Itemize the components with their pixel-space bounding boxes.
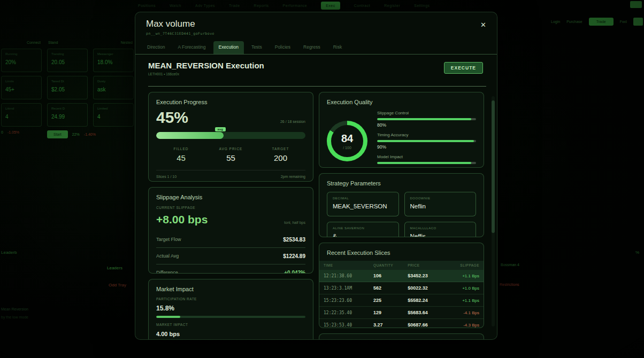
parameter-field[interactable]: MACALLLLACONeffis	[404, 222, 477, 237]
content-header: MEAN_REVERSION Execution LETH001 • 166ce…	[148, 61, 486, 81]
metric-label: Model Impact	[377, 154, 476, 159]
quality-metrics: Slippage Control80%Timing Accuracy90%Mod…	[377, 111, 476, 168]
tab-regress[interactable]: Regress	[298, 41, 326, 54]
background-column-footer: 0-1.05%	[1, 130, 42, 134]
nav-item[interactable]: Performance	[283, 4, 308, 7]
table-row[interactable]: 12:22:35.40129$5683.64-4.1 Bps	[319, 307, 484, 319]
nav-item[interactable]: Positions	[138, 4, 156, 7]
page-title: MEAN_REVERSION Execution	[148, 61, 486, 70]
table-row[interactable]: 15:23:53.403.27$0687.66-4.3 Bps	[319, 319, 484, 328]
right-column: Execution Quality 84 / 100 Slippage Cont…	[319, 92, 484, 340]
card-value: 45+	[5, 87, 37, 92]
progress-stats: FILLED45AVG PRICE55TARGET200	[156, 147, 305, 162]
field-value: &	[333, 233, 393, 237]
background-text: Leaders	[107, 266, 122, 270]
background-text: Restrictions	[500, 283, 519, 286]
subnav-item[interactable]: Purchase	[566, 20, 582, 24]
panel-columns: Execution Progress 45% 26 / 18 session a…	[148, 92, 486, 340]
cell-time: 15:23:23.60	[324, 298, 373, 303]
close-icon[interactable]: ✕	[480, 21, 486, 29]
subnav-item[interactable]: Login	[551, 20, 560, 24]
panel-title: Slippage Analysis	[156, 194, 305, 200]
card-value: 4	[5, 114, 37, 120]
progress-stat: FILLED45	[156, 147, 206, 162]
slippage-analysis-panel: Slippage Analysis CURRENT SLIPPAGE +8.00…	[148, 187, 313, 274]
nav-item[interactable]: Contract	[354, 4, 370, 7]
participation-rate-value: 15.8%	[156, 305, 305, 312]
session-label: 26 / 18 session	[280, 120, 305, 126]
background-footer-value: 0	[1, 130, 3, 134]
benchmark-comparison-panel: Benchmark Comparison	[319, 333, 484, 340]
card-label: Dusty	[97, 80, 129, 83]
table-row[interactable]: 13:23:3.1AM562$0022.32+1.0 Bps	[319, 282, 484, 294]
metric-bar	[377, 140, 476, 142]
cell-quantity: 3.27	[373, 322, 408, 328]
background-text: Leaderb	[1, 250, 17, 255]
nav-item[interactable]: Register	[384, 4, 400, 7]
table-row[interactable]: 15:23:23.60225$5582.24+1.1 Bps	[319, 294, 484, 307]
progress-stat: AVG PRICE55	[206, 147, 256, 162]
panel-title: Strategy Parameters	[327, 180, 476, 186]
sub-nav: LoginPurchaseTradeFwd	[551, 17, 643, 26]
row-label: Target Flow	[156, 237, 181, 243]
participation-rate-fill	[156, 316, 180, 318]
metric-bar	[377, 118, 476, 120]
stat-label: FILLED	[156, 147, 206, 151]
background-stat-columns: ConnectRunning20%Limits45+Littmd40-1.05%…	[1, 38, 134, 138]
background-text: Bossman 4	[501, 263, 519, 267]
parameter-field[interactable]: DOOOWNIENeflin	[404, 192, 477, 216]
card-label: Running	[5, 52, 37, 56]
progress-stat: TARGET200	[256, 147, 305, 162]
panel-title: Execution Quality	[327, 99, 476, 105]
modal-title: Max volume	[146, 19, 486, 29]
cell-time: 12:22:35.40	[324, 310, 373, 315]
cell-time: 15:23:53.40	[324, 323, 373, 328]
subnav-item[interactable]: Fwd	[620, 20, 627, 24]
cell-price: $3452.23	[408, 273, 450, 278]
tab-execution[interactable]: Execution	[213, 41, 244, 54]
nav-item[interactable]: Trade	[229, 4, 240, 7]
tab-direction[interactable]: Direction	[142, 41, 171, 54]
background-stat-card: Limits45+	[1, 76, 42, 99]
execute-button[interactable]: EXECUTE	[444, 62, 483, 74]
background-text: %	[635, 250, 639, 255]
background-stat-card: Taxed Dt$2.05	[47, 76, 88, 99]
card-label: Messenger	[97, 52, 129, 56]
panel-title: Execution Progress	[156, 99, 305, 105]
background-footer-button[interactable]: Start	[47, 130, 68, 138]
cell-quantity: 129	[373, 310, 408, 315]
subnav-box-button[interactable]	[633, 18, 643, 26]
nav-item[interactable]: Adv Types	[195, 4, 215, 7]
tab-a-forecasting[interactable]: A Forecasting	[173, 41, 211, 54]
card-value: 20%	[5, 59, 37, 65]
quality-score-gauge: 84 / 100	[327, 121, 367, 161]
panel-title: Market Impact	[156, 286, 305, 292]
tab-policies[interactable]: Policies	[270, 41, 296, 54]
progress-bar-fill	[156, 132, 224, 139]
background-column-header: Connect	[2, 41, 41, 44]
subnav-button[interactable]: Trade	[589, 18, 614, 26]
nav-item[interactable]: Watch	[170, 4, 181, 7]
parameter-field[interactable]: DECIMALMEAK_5EVERSON	[327, 192, 399, 216]
metric-value: 90%	[377, 166, 476, 168]
background-stat-card: Trending20.05	[47, 49, 88, 72]
tab-risk[interactable]: Risk	[328, 41, 348, 54]
nav-item[interactable]: Settings	[414, 4, 430, 7]
field-label: DECIMAL	[333, 197, 393, 200]
quality-score: 84	[341, 133, 353, 145]
parameter-field[interactable]: ALINE SAVERNON&	[327, 222, 399, 237]
nav-item[interactable]: Reports	[254, 4, 269, 7]
quality-metric: Model Impact90%	[377, 154, 476, 168]
cell-quantity: 225	[373, 298, 408, 303]
stat-label: AVG PRICE	[206, 147, 256, 151]
progress-percent: 45%	[156, 110, 188, 126]
table-row[interactable]: 12:21:38.60106$3452.23+1.1 Bps	[319, 270, 484, 282]
nav-item[interactable]: Exec	[321, 2, 340, 10]
tab-tests[interactable]: Tests	[246, 41, 267, 54]
market-impact-value: 4.00 bps	[156, 331, 305, 337]
scrollbar-thumb[interactable]	[492, 100, 495, 233]
nav-corner-button[interactable]	[630, 1, 642, 8]
cell-slippage: +1.1 Bps	[450, 298, 479, 303]
background-column-header: Stand	[48, 41, 87, 44]
background-stat-card: Recent D24.99	[47, 103, 88, 127]
